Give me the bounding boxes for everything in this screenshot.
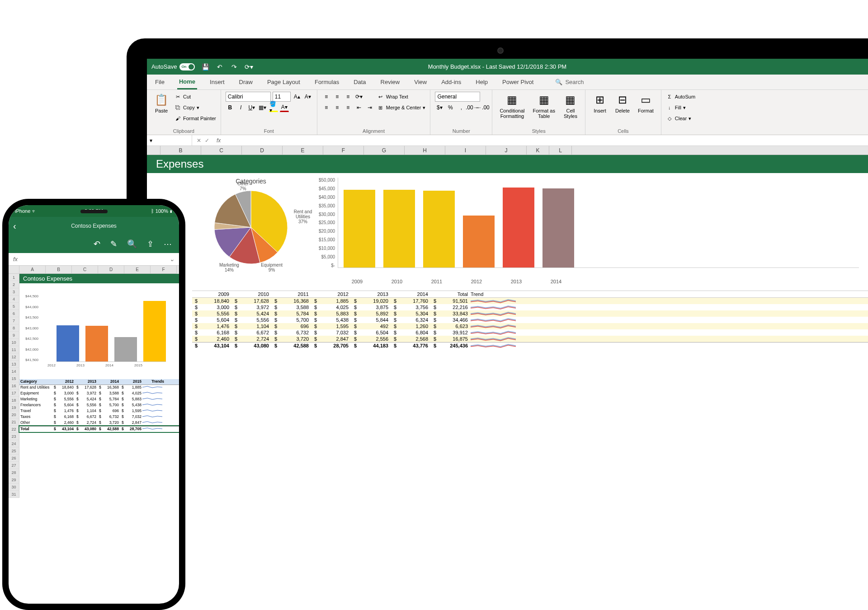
font-color-button[interactable]: A▾: [280, 103, 289, 112]
phone-row-header[interactable]: 12: [9, 353, 19, 361]
phone-table-row[interactable]: Rent and Utilities18,84017,62816,3681,88…: [19, 385, 179, 391]
table-cell[interactable]: 1,885: [311, 298, 351, 304]
worksheet[interactable]: Expenses Categories Other7% Rent andUtil…: [147, 155, 868, 349]
phone-row-header[interactable]: 17: [9, 389, 19, 397]
phone-col-header[interactable]: B: [46, 266, 72, 274]
table-cell[interactable]: 42,588: [272, 343, 311, 349]
phone-row-header[interactable]: 25: [9, 447, 19, 455]
border-button[interactable]: ▦▾: [258, 103, 267, 112]
table-cell[interactable]: 2,556: [351, 336, 391, 342]
table-cell[interactable]: 6,804: [391, 329, 431, 336]
table-cell[interactable]: 43,104: [192, 343, 232, 349]
table-cell[interactable]: 16,875: [431, 336, 471, 342]
underline-button[interactable]: U▾: [247, 103, 256, 112]
name-box[interactable]: ▾: [147, 135, 192, 145]
phone-row-header[interactable]: 8: [9, 324, 19, 332]
align-top-icon[interactable]: ≡: [322, 92, 331, 101]
phone-table-row[interactable]: Travel1,4761,1046961,595: [19, 408, 179, 414]
align-right-icon[interactable]: ≡: [344, 103, 353, 112]
col-header[interactable]: B: [160, 146, 201, 155]
table-cell[interactable]: 17,628: [232, 298, 272, 304]
decrease-decimal-icon[interactable]: ←.00: [478, 103, 487, 112]
table-cell[interactable]: 16,368: [272, 298, 311, 304]
table-cell[interactable]: 44,183: [351, 343, 391, 349]
select-all-corner[interactable]: [147, 146, 160, 155]
table-row[interactable]: 5,6045,5565,7005,4385,8446,32434,466: [192, 317, 868, 323]
table-cell[interactable]: 5,604: [192, 317, 232, 323]
phone-row-header[interactable]: 5: [9, 303, 19, 310]
decrease-indent-icon[interactable]: ⇤: [354, 103, 363, 112]
tab-insert[interactable]: Insert: [208, 75, 226, 89]
tab-home[interactable]: Home: [177, 75, 197, 89]
insert-cells-button[interactable]: ⊞Insert: [590, 92, 610, 114]
phone-row-header[interactable]: 31: [9, 491, 19, 498]
autosum-button[interactable]: ΣAutoSum: [666, 92, 695, 102]
redo-icon[interactable]: ↷: [230, 63, 238, 71]
phone-row-header[interactable]: 14: [9, 368, 19, 375]
table-cell[interactable]: 1,260: [391, 323, 431, 329]
undo-icon[interactable]: ↶: [94, 239, 100, 249]
table-cell[interactable]: 18,840: [192, 298, 232, 304]
table-cell[interactable]: 39,912: [431, 329, 471, 336]
phone-row-header[interactable]: 21: [9, 418, 19, 426]
merge-center-button[interactable]: ⊞Merge & Center ▾: [377, 103, 426, 113]
phone-row-header[interactable]: 15: [9, 375, 19, 382]
tab-draw[interactable]: Draw: [237, 75, 255, 89]
save-icon[interactable]: 💾: [201, 63, 209, 71]
phone-row-header[interactable]: 18: [9, 397, 19, 404]
phone-row-header[interactable]: 20: [9, 411, 19, 418]
table-cell[interactable]: 3,720: [272, 336, 311, 342]
table-cell[interactable]: 5,892: [351, 310, 391, 317]
phone-table-row[interactable]: Equipment3,0003,9723,5884,025: [19, 391, 179, 397]
table-cell[interactable]: 22,216: [431, 304, 471, 310]
table-cell[interactable]: 6,168: [192, 329, 232, 336]
format-as-table-button[interactable]: ▦Format as Table: [530, 92, 558, 120]
draw-icon[interactable]: ✎: [110, 239, 117, 249]
table-cell[interactable]: 3,875: [351, 304, 391, 310]
tab-power-pivot[interactable]: Power Pivot: [500, 75, 535, 89]
decrease-font-icon[interactable]: A▾: [303, 92, 312, 101]
phone-table-row[interactable]: Other2,4602,7243,7202,847: [19, 420, 179, 426]
orientation-icon[interactable]: ⟳▾: [354, 92, 363, 101]
tell-me-search[interactable]: 🔍 Search: [555, 79, 584, 85]
tab-addins[interactable]: Add-ins: [439, 75, 463, 89]
paste-button[interactable]: 📋 Paste: [151, 92, 171, 114]
phone-row-header[interactable]: 27: [9, 462, 19, 469]
phone-row-header[interactable]: 7: [9, 317, 19, 324]
col-header[interactable]: L: [549, 146, 572, 155]
col-header[interactable]: G: [364, 146, 405, 155]
phone-col-header[interactable]: D: [98, 266, 124, 274]
table-cell[interactable]: 6,732: [272, 329, 311, 336]
phone-select-all[interactable]: [9, 266, 19, 274]
autosave-toggle[interactable]: AutoSave On: [151, 63, 195, 70]
delete-cells-button[interactable]: ⊟Delete: [613, 92, 632, 114]
table-cell[interactable]: 245,436: [431, 343, 471, 349]
table-row[interactable]: 6,1686,6726,7327,0326,5046,80439,912: [192, 329, 868, 336]
undo-icon[interactable]: ↶: [216, 63, 224, 71]
cancel-formula-icon[interactable]: ✕: [197, 137, 201, 144]
align-left-icon[interactable]: ≡: [322, 103, 331, 112]
table-cell[interactable]: 5,700: [272, 317, 311, 323]
table-row[interactable]: 5,5565,4245,7845,8835,8925,30433,843: [192, 310, 868, 317]
search-icon[interactable]: 🔍: [127, 239, 137, 249]
italic-button[interactable]: I: [236, 103, 245, 112]
table-cell[interactable]: 5,883: [311, 310, 351, 317]
table-cell[interactable]: 1,476: [192, 323, 232, 329]
phone-row-header[interactable]: 30: [9, 483, 19, 491]
table-row[interactable]: 18,84017,62816,3681,88519,02017,76091,50…: [192, 298, 868, 304]
phone-row-header[interactable]: 23: [9, 433, 19, 440]
table-cell[interactable]: 1,595: [311, 323, 351, 329]
phone-formula-bar[interactable]: fx ⌄: [9, 253, 179, 266]
conditional-formatting-button[interactable]: ▦Conditional Formatting: [497, 92, 527, 120]
table-cell[interactable]: 34,466: [431, 317, 471, 323]
table-cell[interactable]: 43,776: [391, 343, 431, 349]
phone-col-header[interactable]: F: [151, 266, 177, 274]
table-cell[interactable]: 6,504: [351, 329, 391, 336]
table-cell[interactable]: 5,784: [272, 310, 311, 317]
format-cells-button[interactable]: ▭Format: [635, 92, 656, 114]
table-cell[interactable]: 2,724: [232, 336, 272, 342]
phone-row-header[interactable]: 10: [9, 339, 19, 346]
table-cell[interactable]: 2,568: [391, 336, 431, 342]
phone-table-row[interactable]: Taxes6,1686,6726,7327,032: [19, 414, 179, 420]
table-cell[interactable]: 91,501: [431, 298, 471, 304]
